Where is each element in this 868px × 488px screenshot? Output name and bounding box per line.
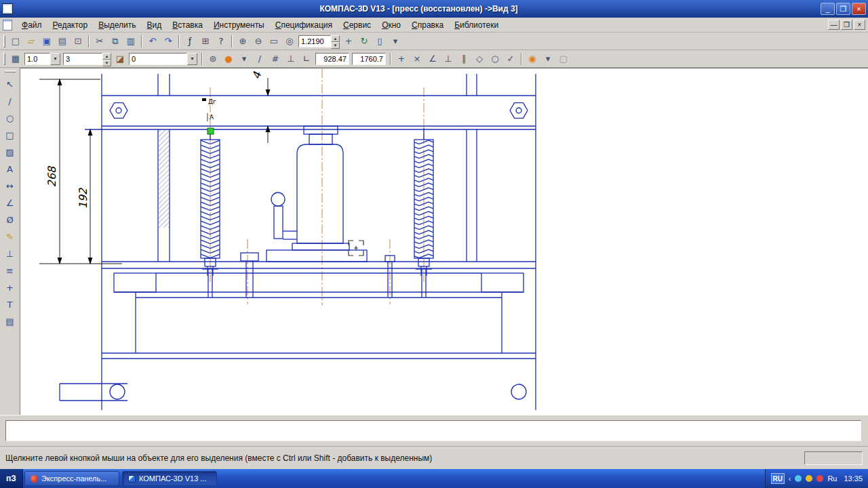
snap-parallel-icon[interactable]: ∥ [456, 52, 471, 66]
save-icon[interactable]: ▣ [39, 35, 54, 48]
copy-icon[interactable]: ⧉ [108, 35, 123, 48]
zoom-spinner[interactable]: ▲▼ [331, 35, 340, 47]
toolbar-grip[interactable] [3, 35, 5, 47]
mdi-close-button[interactable]: × [854, 20, 865, 30]
tray-icon-3[interactable] [816, 475, 823, 482]
layer-spinner[interactable]: ▲▼ [102, 53, 111, 65]
print-icon[interactable]: ▤ [55, 35, 70, 48]
tool-pointer-icon[interactable]: ↖ [3, 77, 18, 92]
current-layer-input[interactable] [63, 53, 102, 65]
magnet-snap-icon[interactable]: ◉ [525, 52, 540, 66]
taskbar-item-express-panel[interactable]: Экспресс-панель... [24, 471, 119, 486]
calculator-icon[interactable]: ⊞ [198, 35, 213, 48]
tool-text-icon[interactable]: A [3, 161, 18, 176]
tool-line-icon[interactable]: / [3, 94, 18, 108]
snap-midpoint-icon[interactable]: ◇ [472, 52, 487, 66]
open-folder-icon[interactable]: ▱ [24, 35, 39, 48]
mdi-restore-button[interactable]: ❐ [841, 20, 852, 30]
eraser-icon[interactable]: ◪ [113, 52, 127, 66]
zoom-level-input[interactable] [298, 35, 331, 47]
magnet-dropdown-icon[interactable]: ▾ [540, 52, 555, 66]
current-state-icon[interactable]: ▦ [8, 52, 23, 66]
point-style-icon[interactable]: ● [221, 52, 236, 66]
tool-rect-icon[interactable]: □ [3, 127, 18, 142]
help-pointer-icon[interactable]: ? [214, 35, 229, 48]
tool-hatch-icon[interactable]: ▨ [3, 144, 18, 159]
pan-icon[interactable]: + [341, 35, 356, 48]
menu-item[interactable]: Вид [142, 19, 167, 31]
current-style-input[interactable] [129, 53, 187, 65]
cut-icon[interactable]: ✂ [92, 35, 107, 48]
menu-item[interactable]: Сервис [338, 19, 376, 31]
menu-item[interactable]: Спецификация [270, 19, 338, 31]
undo-icon[interactable]: ↶ [145, 35, 160, 48]
inactive-icon[interactable]: ▢ [556, 52, 571, 66]
property-input[interactable] [5, 420, 861, 441]
dimension-268[interactable]: 268 [45, 165, 58, 187]
tool-linear-dimension-icon[interactable]: ↔ [3, 178, 18, 193]
paste-icon[interactable]: ▥ [123, 35, 138, 48]
tool-specification-icon[interactable]: T [3, 297, 18, 312]
line-width-dropdown-icon[interactable]: ▾ [50, 53, 60, 65]
mdi-minimize-button[interactable]: — [828, 20, 840, 30]
cursor-y-input[interactable] [352, 53, 386, 65]
menu-item[interactable]: Редактор [47, 19, 94, 31]
zoom-all-icon[interactable]: ◎ [282, 35, 297, 48]
restore-button[interactable]: ❐ [836, 3, 850, 15]
dimension-4[interactable]: 4 [250, 70, 264, 81]
tool-parametric-icon[interactable]: ⊥ [3, 246, 18, 261]
menu-item[interactable]: Библиотеки [449, 19, 504, 31]
new-document-icon[interactable]: □ [8, 35, 23, 48]
snap-settings-icon[interactable]: ⊚ [205, 52, 220, 66]
drawing-area[interactable]: 268 192 4 Дг А [20, 68, 868, 415]
language-indicator[interactable]: RU [771, 473, 785, 484]
construction-line-icon[interactable]: / [252, 52, 267, 66]
line-width-input[interactable] [24, 53, 50, 65]
tray-icon-2[interactable] [806, 475, 812, 482]
minimize-button[interactable]: _ [821, 3, 835, 15]
menu-item[interactable]: Выделить [93, 19, 141, 31]
preview-icon[interactable]: ⊡ [71, 35, 85, 48]
cursor-x-input[interactable] [315, 53, 349, 65]
dimensions[interactable] [39, 78, 268, 264]
ortho-icon[interactable]: ∟ [299, 52, 314, 66]
language-label[interactable]: Ru [827, 474, 837, 483]
redo-icon[interactable]: ↷ [161, 35, 176, 48]
tray-expand-icon[interactable]: ‹ [789, 474, 791, 483]
show-page-icon[interactable]: ▯ [372, 35, 387, 48]
snap-nearest-icon[interactable]: + [394, 52, 409, 66]
menu-item[interactable]: Файл [16, 19, 47, 31]
menu-item[interactable]: Справка [406, 19, 449, 31]
menu-item[interactable]: Окно [376, 19, 406, 31]
menu-item[interactable]: Инструменты [208, 19, 270, 31]
tool-selection-icon[interactable]: + [3, 280, 18, 295]
tool-diameter-dimension-icon[interactable]: Ø [3, 212, 18, 227]
tool-library-icon[interactable]: ▤ [3, 314, 18, 329]
press-geometry[interactable] [60, 74, 536, 410]
selected-point-marker[interactable] [208, 128, 214, 134]
point-style-dropdown-icon[interactable]: ▾ [237, 52, 252, 66]
toolbar-options-icon[interactable]: ▾ [388, 35, 403, 48]
style-dropdown-icon[interactable]: ▾ [187, 53, 197, 65]
snap-perpendicular-icon[interactable]: ⊥ [441, 52, 456, 66]
zoom-out-icon[interactable]: ⊖ [251, 35, 266, 48]
start-button[interactable]: пЗ [0, 469, 23, 488]
fx-icon[interactable]: ƒ [182, 35, 197, 48]
toolbar-grip[interactable] [3, 53, 5, 65]
zoom-in-icon[interactable]: ⊕ [235, 35, 250, 48]
tray-icon-1[interactable] [795, 475, 802, 482]
tool-edit-icon[interactable]: ✎ [3, 229, 18, 244]
grid-icon[interactable]: # [268, 52, 283, 66]
drawing-canvas[interactable]: 268 192 4 Дг А [20, 68, 868, 415]
zoom-window-icon[interactable]: ▭ [267, 35, 281, 48]
refresh-icon[interactable]: ↻ [357, 35, 372, 48]
menu-item[interactable]: Вставка [167, 19, 208, 31]
snap-center-icon[interactable]: ○ [488, 52, 502, 66]
snap-toggle-icon[interactable]: ✓ [503, 52, 518, 66]
snap-angle-icon[interactable]: ∠ [425, 52, 440, 66]
snap-intersection-icon[interactable]: × [410, 52, 425, 66]
tool-circle-icon[interactable]: ○ [3, 110, 18, 125]
tool-measure-icon[interactable]: ≡ [3, 263, 18, 278]
panel-grip[interactable] [5, 70, 16, 73]
dimension-192[interactable]: 192 [77, 187, 90, 209]
